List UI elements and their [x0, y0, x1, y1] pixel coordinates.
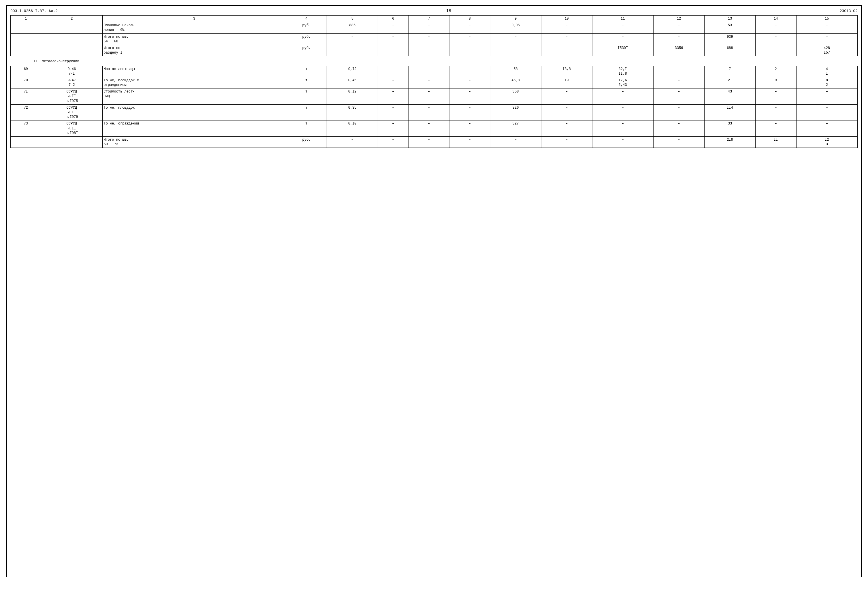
- cell-2-13: 688: [704, 45, 755, 56]
- col-header-6: 6: [378, 16, 409, 22]
- cell-0-4: руб.: [286, 22, 327, 34]
- cell-7-5: 0,35: [327, 104, 378, 121]
- table-row: 709-477-2То же, площадок сограждениемт0,…: [11, 77, 858, 88]
- cell-7-15: –: [796, 104, 858, 121]
- table-row: 73ССРСЦч.IIп.I98IТо же, огражденийт0,I0–…: [11, 121, 858, 137]
- table-row: 699-467-IМонтаж лестницыт0,I2–––58I3,832…: [11, 66, 858, 77]
- cell-6-9: 358: [490, 89, 541, 105]
- cell-6-11: –: [592, 89, 653, 105]
- cell-2-8: –: [449, 45, 490, 56]
- col-header-1: 1: [11, 16, 41, 22]
- cell-4-12: –: [653, 66, 704, 77]
- cell-4-4: т: [286, 66, 327, 77]
- cell-6-10: –: [541, 89, 592, 105]
- cell-7-8: –: [449, 104, 490, 121]
- cell-7-11: –: [592, 104, 653, 121]
- cell-9-10: –: [541, 136, 592, 148]
- cell-4-3: Монтаж лестницы: [102, 66, 286, 77]
- cell-6-14: –: [755, 89, 796, 105]
- cell-0-9: 0,06: [490, 22, 541, 34]
- cell-8-7: –: [409, 121, 449, 137]
- cell-8-15: –: [796, 121, 858, 137]
- cell-4-13: 7: [704, 66, 755, 77]
- cell-6-6: –: [378, 89, 409, 105]
- cell-6-13: 43: [704, 89, 755, 105]
- cell-0-5: 886: [327, 22, 378, 34]
- main-table: 123456789101112131415 Плановые накоп-лен…: [10, 15, 858, 148]
- cell-5-14: 9: [755, 77, 796, 88]
- cell-7-12: –: [653, 104, 704, 121]
- cell-9-7: –: [409, 136, 449, 148]
- cell-9-2: [41, 136, 102, 148]
- cell-9-4: руб.: [286, 136, 327, 148]
- cell-2-6: –: [378, 45, 409, 56]
- cell-7-6: –: [378, 104, 409, 121]
- cell-5-6: –: [378, 77, 409, 88]
- section-label: II. Металлоконструкции: [11, 56, 858, 66]
- table-row: 7IССРСЦч.IIп.I975Стоимость лест-ницт0,I2…: [11, 89, 858, 105]
- cell-4-6: –: [378, 66, 409, 77]
- cell-4-7: –: [409, 66, 449, 77]
- cell-9-3: Итого по шш.69 + 73: [102, 136, 286, 148]
- col-header-12: 12: [653, 16, 704, 22]
- cell-2-15: 428I57: [796, 45, 858, 56]
- cell-7-14: –: [755, 104, 796, 121]
- cell-2-9: –: [490, 45, 541, 56]
- cell-2-10: –: [541, 45, 592, 56]
- cell-7-9: 326: [490, 104, 541, 121]
- cell-5-12: –: [653, 77, 704, 88]
- col-header-10: 10: [541, 16, 592, 22]
- cell-0-15: –: [796, 22, 858, 34]
- cell-9-13: 2I8: [704, 136, 755, 148]
- cell-0-2: [41, 22, 102, 34]
- table-row: Итого по шш.69 + 73руб.––––––––2I8III23: [11, 136, 858, 148]
- cell-1-2: [41, 34, 102, 45]
- cell-2-7: –: [409, 45, 449, 56]
- cell-2-1: [11, 45, 41, 56]
- col-header-15: 15: [796, 16, 858, 22]
- col-header-4: 4: [286, 16, 327, 22]
- cell-1-6: –: [378, 34, 409, 45]
- cell-4-1: 69: [11, 66, 41, 77]
- cell-0-6: –: [378, 22, 409, 34]
- doc-number: 23013-02: [840, 9, 858, 13]
- cell-8-1: 73: [11, 121, 41, 137]
- cell-5-15: 82: [796, 77, 858, 88]
- cell-4-5: 0,I2: [327, 66, 378, 77]
- cell-1-10: –: [541, 34, 592, 45]
- cell-7-10: –: [541, 104, 592, 121]
- cell-8-5: 0,I0: [327, 121, 378, 137]
- page-number: — 18 —: [441, 9, 456, 13]
- cell-5-11: I7,65,43: [592, 77, 653, 88]
- cell-5-8: –: [449, 77, 490, 88]
- cell-1-1: [11, 34, 41, 45]
- cell-9-14: II: [755, 136, 796, 148]
- cell-5-9: 46,8: [490, 77, 541, 88]
- cell-7-4: т: [286, 104, 327, 121]
- col-header-7: 7: [409, 16, 449, 22]
- cell-6-1: 7I: [11, 89, 41, 105]
- table-row: 72ССРСЦч.IIп.I979То же, площадокт0,35–––…: [11, 104, 858, 121]
- cell-2-11: I530I: [592, 45, 653, 56]
- cell-5-10: I9: [541, 77, 592, 88]
- cell-1-9: –: [490, 34, 541, 45]
- cell-6-12: –: [653, 89, 704, 105]
- col-header-13: 13: [704, 16, 755, 22]
- col-header-5: 5: [327, 16, 378, 22]
- cell-5-13: 2I: [704, 77, 755, 88]
- cell-4-9: 58: [490, 66, 541, 77]
- cell-9-6: –: [378, 136, 409, 148]
- cell-4-10: I3,8: [541, 66, 592, 77]
- cell-2-2: [41, 45, 102, 56]
- cell-5-3: То же, площадок сограждением: [102, 77, 286, 88]
- cell-1-13: 939: [704, 34, 755, 45]
- cell-8-9: 327: [490, 121, 541, 137]
- cell-9-12: –: [653, 136, 704, 148]
- cell-7-7: –: [409, 104, 449, 121]
- cell-7-2: ССРСЦч.IIп.I979: [41, 104, 102, 121]
- cell-1-3: Итого по шш.54 + 68: [102, 34, 286, 45]
- cell-9-5: –: [327, 136, 378, 148]
- cell-1-8: –: [449, 34, 490, 45]
- cell-8-6: –: [378, 121, 409, 137]
- cell-5-1: 70: [11, 77, 41, 88]
